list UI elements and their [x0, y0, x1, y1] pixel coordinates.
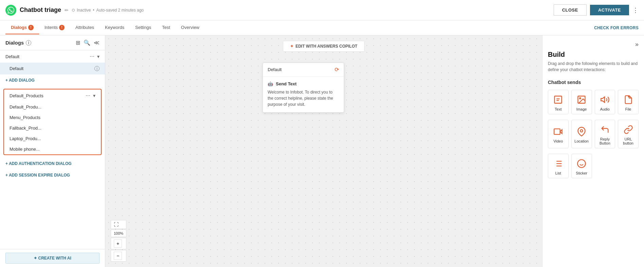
group-products-more[interactable]: ⋯ — [86, 93, 90, 98]
nav-tabs-left: Dialogs ! Intents ! Attributes Keywords … — [5, 21, 205, 34]
url-button-icon — [623, 124, 634, 135]
canvas-control-fullscreen: ⛶ — [111, 220, 126, 229]
main-layout: Dialogs i ⊞ 🔍 ≪ Default ⋯ ▾ Default — [0, 35, 644, 267]
group-default-expand[interactable]: ▾ — [97, 54, 100, 59]
panel-desc: Drag and drop the following elements to … — [548, 61, 639, 73]
sync-icon[interactable]: ⟳ — [335, 66, 339, 73]
sidebar-item-fallback-prod[interactable]: Fallback_Prod... — [4, 123, 101, 133]
activate-button[interactable]: ACTIVATE — [590, 5, 629, 15]
group-default-more[interactable]: ⋯ — [90, 54, 94, 59]
build-item-url-button[interactable]: URL button — [618, 120, 639, 148]
group-default: Default ⋯ ▾ — [0, 50, 105, 63]
collapse-icon[interactable]: ≪ — [94, 39, 100, 46]
close-button[interactable]: CLOSE — [554, 4, 587, 16]
intents-warn-badge: ! — [59, 25, 65, 30]
autosave-label: Auto-saved 2 minutes ago — [96, 8, 144, 13]
header-left: Chatbot triage ✏ Inactive • Auto-saved 2… — [5, 5, 144, 16]
sidebar-title: Dialogs i — [5, 40, 31, 46]
svg-rect-7 — [554, 129, 560, 134]
send-text-label: Send Text — [276, 81, 297, 86]
whatsapp-icon — [5, 5, 16, 16]
grid-icon[interactable]: ⊞ — [76, 39, 80, 46]
dialog-node-title: Default — [268, 67, 282, 72]
sidebar-item-default-produ[interactable]: Default_Produ... — [4, 102, 101, 112]
zoom-out-button[interactable]: − — [114, 252, 122, 260]
build-item-video[interactable]: Video — [548, 120, 569, 148]
panel-collapse-icon[interactable]: » — [635, 41, 639, 48]
sidebar-item-laptop-produ[interactable]: Laptop_Produ... — [4, 133, 101, 144]
url-button-label: URL button — [620, 137, 636, 145]
text-icon — [553, 94, 564, 105]
dialogs-warn-badge: ! — [28, 25, 34, 30]
dialog-node-header: Default ⟳ — [263, 63, 344, 77]
sidebar-footer: ✦ CREATE WITH AI — [0, 249, 105, 267]
build-item-text[interactable]: Text — [548, 90, 569, 114]
svg-point-4 — [579, 98, 581, 99]
location-label: Location — [574, 139, 589, 143]
canvas-control-zoom: 100% — [111, 230, 126, 237]
copilot-label: EDIT WITH ANSWERS COPILOT — [296, 44, 357, 49]
canvas-control-minus: − — [111, 250, 126, 262]
canvas: ✦ EDIT WITH ANSWERS COPILOT Default ⟳ 🤖 … — [105, 35, 542, 267]
build-item-reply-button[interactable]: Reply Button — [595, 120, 615, 148]
file-label: File — [625, 107, 631, 111]
top-header: Chatbot triage ✏ Inactive • Auto-saved 2… — [0, 0, 644, 20]
header-meta: Inactive • Auto-saved 2 minutes ago — [72, 8, 144, 13]
panel-title: Build — [548, 51, 639, 59]
build-item-image[interactable]: Image — [571, 90, 592, 114]
image-icon — [576, 94, 587, 105]
list-label: List — [555, 171, 561, 175]
list-icon — [553, 158, 564, 169]
build-item-sticker[interactable]: Sticker — [571, 154, 592, 178]
tab-attributes[interactable]: Attributes — [70, 21, 100, 34]
group-products-expand[interactable]: ▾ — [93, 93, 95, 98]
zoom-in-button[interactable]: + — [114, 239, 122, 248]
text-label: Text — [555, 107, 561, 111]
tab-keywords[interactable]: Keywords — [100, 21, 130, 34]
chatbot-sends-title: Chatbot sends — [548, 80, 639, 85]
sidebar-title-icons: ⊞ 🔍 ≪ — [76, 39, 100, 46]
add-dialog-button[interactable]: + ADD DIALOG — [0, 74, 105, 86]
copilot-button[interactable]: ✦ EDIT WITH ANSWERS COPILOT — [283, 41, 364, 52]
build-item-location[interactable]: Location — [571, 120, 592, 148]
build-item-list[interactable]: List — [548, 154, 569, 178]
info-icon: i — [26, 40, 31, 46]
sidebar-item-mobile-phone[interactable]: Mobile phone... — [4, 144, 101, 154]
create-ai-button[interactable]: ✦ CREATE WITH AI — [5, 253, 100, 264]
check-errors-button[interactable]: CHECK FOR ERRORS — [594, 26, 639, 30]
search-icon[interactable]: 🔍 — [84, 39, 90, 46]
header-right: CLOSE ACTIVATE ⋮ — [554, 4, 639, 16]
edit-icon[interactable]: ✏ — [65, 7, 69, 13]
sticker-label: Sticker — [576, 171, 587, 175]
group-products-items: Default_Produ... Menu_Products Fallback_… — [4, 102, 101, 154]
sidebar-item-default[interactable]: Default i — [0, 63, 105, 74]
send-text-title: 🤖 Send Text — [268, 81, 339, 86]
sidebar-item-menu-products[interactable]: Menu_Products — [4, 112, 101, 123]
info-circle-icon: i — [94, 66, 100, 71]
tab-test[interactable]: Test — [157, 21, 176, 34]
sticker-icon — [576, 158, 587, 169]
sidebar: Dialogs i ⊞ 🔍 ≪ Default ⋯ ▾ Default — [0, 35, 105, 267]
tab-overview[interactable]: Overview — [176, 21, 205, 34]
build-grid-row3: List Sticker — [548, 154, 639, 178]
group-default-label: Default — [5, 54, 19, 59]
svg-rect-0 — [555, 96, 562, 103]
video-label: Video — [553, 139, 563, 143]
more-icon[interactable]: ⋮ — [632, 6, 639, 14]
add-session-dialog-button[interactable]: + ADD SESSION EXPIRE DIALOG — [0, 169, 105, 181]
tab-settings[interactable]: Settings — [130, 21, 157, 34]
build-grid-row2: Video Location Reply Button — [548, 120, 639, 148]
group-products-label: Default_Products — [10, 93, 43, 98]
tab-intents[interactable]: Intents ! — [39, 21, 70, 34]
svg-marker-5 — [601, 97, 605, 102]
copilot-icon: ✦ — [290, 44, 293, 49]
build-item-audio[interactable]: Audio — [595, 90, 615, 114]
add-auth-dialog-button[interactable]: + ADD AUTHENTICATION DIALOG — [0, 158, 105, 169]
location-icon — [576, 126, 587, 137]
reply-button-icon — [600, 124, 610, 135]
canvas-controls: ⛶ 100% + − — [111, 220, 126, 262]
tab-dialogs[interactable]: Dialogs ! — [5, 21, 39, 34]
build-item-file[interactable]: File — [618, 90, 639, 114]
fullscreen-icon[interactable]: ⛶ — [114, 222, 119, 227]
svg-point-9 — [580, 130, 583, 132]
